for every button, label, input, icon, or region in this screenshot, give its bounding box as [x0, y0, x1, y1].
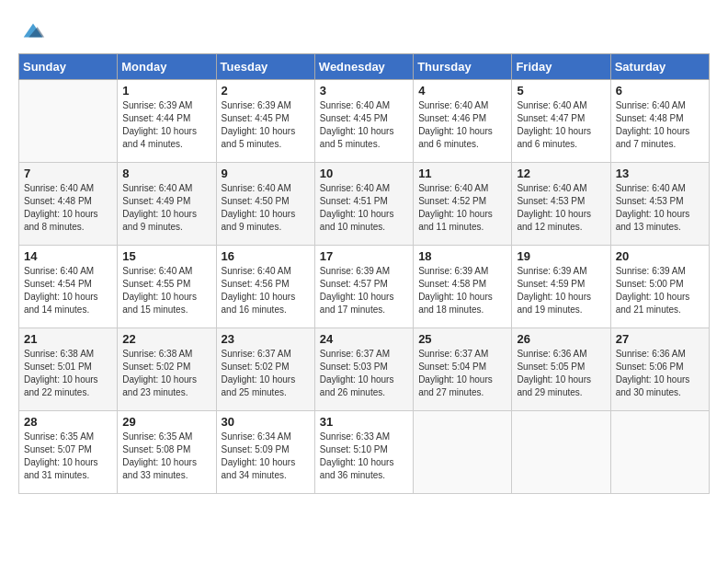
calendar-cell: 19Sunrise: 6:39 AM Sunset: 4:59 PM Dayli…: [512, 246, 610, 328]
calendar-cell: 17Sunrise: 6:39 AM Sunset: 4:57 PM Dayli…: [314, 246, 413, 328]
calendar-cell: 8Sunrise: 6:40 AM Sunset: 4:49 PM Daylig…: [118, 163, 216, 246]
calendar-cell: 25Sunrise: 6:37 AM Sunset: 5:04 PM Dayli…: [414, 328, 512, 411]
calendar-cell: 16Sunrise: 6:40 AM Sunset: 4:56 PM Dayli…: [216, 246, 314, 328]
day-number: 3: [320, 84, 408, 98]
calendar-cell: 18Sunrise: 6:39 AM Sunset: 4:58 PM Dayli…: [414, 246, 512, 328]
calendar-cell: 24Sunrise: 6:37 AM Sunset: 5:03 PM Dayli…: [314, 328, 413, 411]
day-info: Sunrise: 6:37 AM Sunset: 5:04 PM Dayligh…: [418, 348, 506, 399]
day-number: 16: [222, 249, 310, 263]
day-number: 5: [517, 84, 605, 98]
calendar-cell: 26Sunrise: 6:36 AM Sunset: 5:05 PM Dayli…: [512, 328, 610, 411]
logo: [18, 18, 46, 44]
calendar-cell: 12Sunrise: 6:40 AM Sunset: 4:53 PM Dayli…: [512, 163, 610, 246]
calendar-cell: 29Sunrise: 6:35 AM Sunset: 5:08 PM Dayli…: [118, 411, 216, 494]
day-info: Sunrise: 6:40 AM Sunset: 4:47 PM Dayligh…: [517, 99, 605, 151]
calendar-cell: 2Sunrise: 6:39 AM Sunset: 4:45 PM Daylig…: [216, 80, 314, 163]
day-info: Sunrise: 6:36 AM Sunset: 5:05 PM Dayligh…: [517, 348, 605, 399]
calendar-cell: 28Sunrise: 6:35 AM Sunset: 5:07 PM Dayli…: [19, 411, 118, 494]
day-info: Sunrise: 6:40 AM Sunset: 4:46 PM Dayligh…: [418, 99, 506, 151]
day-number: 18: [418, 249, 506, 263]
day-number: 9: [222, 167, 310, 180]
day-number: 19: [517, 249, 605, 263]
day-number: 13: [616, 167, 704, 180]
day-info: Sunrise: 6:37 AM Sunset: 5:02 PM Dayligh…: [222, 348, 310, 399]
day-info: Sunrise: 6:40 AM Sunset: 4:53 PM Dayligh…: [517, 182, 605, 234]
day-info: Sunrise: 6:39 AM Sunset: 4:57 PM Dayligh…: [320, 265, 408, 316]
day-number: 11: [418, 167, 506, 180]
calendar-cell: 3Sunrise: 6:40 AM Sunset: 4:45 PM Daylig…: [314, 80, 413, 163]
day-info: Sunrise: 6:39 AM Sunset: 4:59 PM Dayligh…: [517, 265, 605, 316]
calendar-cell: [19, 80, 118, 163]
day-number: 27: [616, 332, 704, 346]
calendar-cell: 5Sunrise: 6:40 AM Sunset: 4:47 PM Daylig…: [512, 80, 610, 163]
page-header: [18, 18, 710, 44]
day-info: Sunrise: 6:40 AM Sunset: 4:48 PM Dayligh…: [616, 99, 704, 151]
weekday-header-sunday: Sunday: [19, 54, 118, 80]
calendar-cell: 9Sunrise: 6:40 AM Sunset: 4:50 PM Daylig…: [216, 163, 314, 246]
day-number: 21: [24, 332, 112, 346]
calendar-cell: 6Sunrise: 6:40 AM Sunset: 4:48 PM Daylig…: [610, 80, 709, 163]
logo-icon: [20, 18, 46, 44]
calendar-cell: 1Sunrise: 6:39 AM Sunset: 4:44 PM Daylig…: [118, 80, 216, 163]
calendar-header: SundayMondayTuesdayWednesdayThursdayFrid…: [19, 54, 710, 80]
weekday-header-friday: Friday: [512, 54, 610, 80]
calendar-cell: 10Sunrise: 6:40 AM Sunset: 4:51 PM Dayli…: [314, 163, 413, 246]
calendar-cell: 13Sunrise: 6:40 AM Sunset: 4:53 PM Dayli…: [610, 163, 709, 246]
calendar-week-row: 7Sunrise: 6:40 AM Sunset: 4:48 PM Daylig…: [19, 163, 710, 246]
calendar-week-row: 1Sunrise: 6:39 AM Sunset: 4:44 PM Daylig…: [19, 80, 710, 163]
calendar-cell: 11Sunrise: 6:40 AM Sunset: 4:52 PM Dayli…: [414, 163, 512, 246]
calendar-cell: [512, 411, 610, 494]
day-info: Sunrise: 6:40 AM Sunset: 4:50 PM Dayligh…: [222, 182, 310, 234]
day-info: Sunrise: 6:35 AM Sunset: 5:08 PM Dayligh…: [122, 431, 210, 482]
calendar-cell: 4Sunrise: 6:40 AM Sunset: 4:46 PM Daylig…: [414, 80, 512, 163]
calendar-cell: 20Sunrise: 6:39 AM Sunset: 5:00 PM Dayli…: [610, 246, 709, 328]
calendar-cell: 31Sunrise: 6:33 AM Sunset: 5:10 PM Dayli…: [314, 411, 413, 494]
calendar-cell: 23Sunrise: 6:37 AM Sunset: 5:02 PM Dayli…: [216, 328, 314, 411]
weekday-header-thursday: Thursday: [414, 54, 512, 80]
calendar-cell: 22Sunrise: 6:38 AM Sunset: 5:02 PM Dayli…: [118, 328, 216, 411]
day-number: 6: [616, 84, 704, 98]
day-info: Sunrise: 6:40 AM Sunset: 4:51 PM Dayligh…: [320, 182, 408, 234]
weekday-header-wednesday: Wednesday: [314, 54, 413, 80]
day-number: 23: [222, 332, 310, 346]
weekday-header-saturday: Saturday: [610, 54, 709, 80]
calendar-body: 1Sunrise: 6:39 AM Sunset: 4:44 PM Daylig…: [19, 80, 710, 494]
day-info: Sunrise: 6:39 AM Sunset: 4:44 PM Dayligh…: [122, 99, 210, 151]
calendar-week-row: 21Sunrise: 6:38 AM Sunset: 5:01 PM Dayli…: [19, 328, 710, 411]
weekday-header-row: SundayMondayTuesdayWednesdayThursdayFrid…: [19, 54, 710, 80]
calendar-cell: 27Sunrise: 6:36 AM Sunset: 5:06 PM Dayli…: [610, 328, 709, 411]
day-info: Sunrise: 6:40 AM Sunset: 4:49 PM Dayligh…: [122, 182, 210, 234]
day-number: 28: [24, 415, 112, 429]
day-number: 15: [122, 249, 210, 263]
day-info: Sunrise: 6:38 AM Sunset: 5:01 PM Dayligh…: [24, 348, 112, 399]
calendar-cell: 30Sunrise: 6:34 AM Sunset: 5:09 PM Dayli…: [216, 411, 314, 494]
calendar-cell: [610, 411, 709, 494]
day-info: Sunrise: 6:40 AM Sunset: 4:54 PM Dayligh…: [24, 265, 112, 316]
day-info: Sunrise: 6:40 AM Sunset: 4:55 PM Dayligh…: [122, 265, 210, 316]
day-number: 12: [517, 167, 605, 180]
day-info: Sunrise: 6:40 AM Sunset: 4:45 PM Dayligh…: [320, 99, 408, 151]
day-info: Sunrise: 6:33 AM Sunset: 5:10 PM Dayligh…: [320, 431, 408, 482]
calendar-cell: 7Sunrise: 6:40 AM Sunset: 4:48 PM Daylig…: [19, 163, 118, 246]
calendar-week-row: 14Sunrise: 6:40 AM Sunset: 4:54 PM Dayli…: [19, 246, 710, 328]
calendar-cell: 15Sunrise: 6:40 AM Sunset: 4:55 PM Dayli…: [118, 246, 216, 328]
calendar-table: SundayMondayTuesdayWednesdayThursdayFrid…: [18, 53, 710, 494]
day-number: 22: [122, 332, 210, 346]
day-info: Sunrise: 6:39 AM Sunset: 4:58 PM Dayligh…: [418, 265, 506, 316]
day-number: 24: [320, 332, 408, 346]
day-info: Sunrise: 6:40 AM Sunset: 4:56 PM Dayligh…: [222, 265, 310, 316]
day-info: Sunrise: 6:36 AM Sunset: 5:06 PM Dayligh…: [616, 348, 704, 399]
logo-text: [18, 18, 46, 44]
day-info: Sunrise: 6:39 AM Sunset: 5:00 PM Dayligh…: [616, 265, 704, 316]
day-number: 7: [24, 167, 112, 180]
day-number: 25: [418, 332, 506, 346]
day-info: Sunrise: 6:40 AM Sunset: 4:52 PM Dayligh…: [418, 182, 506, 234]
day-number: 4: [418, 84, 506, 98]
day-info: Sunrise: 6:34 AM Sunset: 5:09 PM Dayligh…: [222, 431, 310, 482]
day-number: 1: [122, 84, 210, 98]
day-number: 20: [616, 249, 704, 263]
day-number: 26: [517, 332, 605, 346]
day-info: Sunrise: 6:39 AM Sunset: 4:45 PM Dayligh…: [222, 99, 310, 151]
calendar-cell: [414, 411, 512, 494]
day-number: 31: [320, 415, 408, 429]
